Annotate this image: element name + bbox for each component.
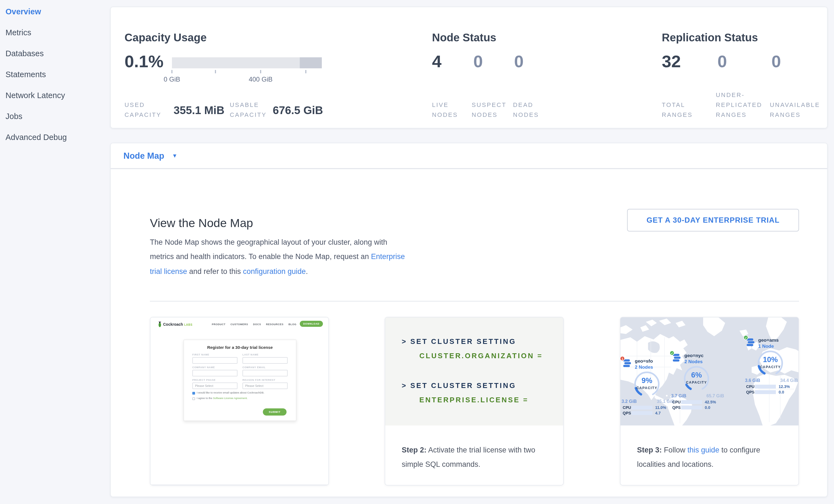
step-2-caption: Step 2: Activate the trial license with …: [385, 425, 563, 472]
dead-nodes-value: 0: [514, 52, 524, 71]
view-selector-bar: Node Map ▼: [110, 143, 828, 169]
node-map-description: The Node Map shows the geographical layo…: [150, 235, 432, 279]
dead-nodes-label: DEADNODES: [513, 100, 539, 119]
capacity-percent: 0.1%: [125, 52, 163, 71]
capacity-bar-other-segment: [300, 57, 322, 68]
locality-name: geo=nyc: [684, 353, 703, 358]
unavailable-ranges-value: 0: [771, 52, 781, 71]
replication-status-title: Replication Status: [662, 31, 758, 44]
capacity-bar: [172, 57, 322, 68]
company-email-field: [242, 370, 288, 376]
locality-name: geo=sfo: [635, 358, 653, 364]
used-capacity-value: 355.1 MiB: [174, 104, 224, 117]
sidebar-item-network-latency[interactable]: Network Latency: [0, 85, 110, 106]
locality-sfo: 1 geo=sfo 2 Nodes 9% CAPACITY: [621, 358, 675, 370]
step-2-card: > SET CLUSTER SETTING CLUSTER.ORGANIZATI…: [385, 317, 564, 485]
cpu-sparkline: [681, 400, 702, 404]
qps-sparkline: [681, 406, 702, 410]
sidebar-item-advanced-debug[interactable]: Advanced Debug: [0, 127, 110, 148]
capacity-tick-label-400: 400 GiB: [239, 75, 283, 83]
capacity-gauge: 9% CAPACITY: [629, 370, 664, 398]
page: Overview Metrics Databases Statements Ne…: [0, 0, 834, 504]
checkbox-checked-icon: [192, 392, 195, 394]
last-name-field: [242, 357, 288, 364]
email-updates-checkbox: I would like to receive email updates ab…: [192, 391, 288, 395]
unavailable-ranges-label: UNAVAILABLERANGES: [770, 100, 820, 119]
used-capacity: 3.7 GiB: [671, 394, 686, 398]
node-map-dropdown[interactable]: Node Map: [124, 151, 164, 161]
enterprise-trial-license-link[interactable]: trial license: [150, 267, 187, 275]
submit-button-image: SUBMIT: [263, 409, 287, 416]
usable-capacity-label: USABLECAPACITY: [230, 100, 267, 119]
locality-node-count: 1 Node: [758, 343, 774, 349]
checkbox-empty-icon: [192, 397, 195, 400]
sidebar: Overview Metrics Databases Statements Ne…: [0, 0, 110, 504]
step-1-caption: Step 1: Get a trial license delivered st…: [150, 485, 328, 485]
trial-register-form: Register for a 30-day trial license FIRS…: [183, 339, 297, 421]
locality-node-count: 2 Nodes: [684, 359, 703, 364]
locality-node-count: 2 Nodes: [635, 364, 653, 370]
step-3-card: 1 geo=sfo 2 Nodes 9% CAPACITY: [620, 317, 799, 485]
page-title: View the Node Map: [150, 217, 253, 231]
get-enterprise-trial-button[interactable]: GET A 30-DAY ENTERPRISE TRIAL: [627, 209, 799, 232]
sidebar-item-databases[interactable]: Databases: [0, 43, 110, 64]
node-status-title: Node Status: [432, 31, 496, 44]
this-guide-link[interactable]: this guide: [687, 446, 719, 454]
capacity-tick: [171, 70, 173, 73]
cpu-sparkline: [632, 406, 653, 410]
healthy-badge-icon: ✓: [670, 351, 675, 355]
license-agreement-checkbox: I agree to the Software License Agreemen…: [192, 397, 288, 400]
capacity-usage-title: Capacity Usage: [125, 31, 207, 44]
form-title: Register for a 30-day trial license: [192, 345, 288, 350]
minisite-nav: PRODUCT CUSTOMERS DOCS RESOURCES BLOG: [212, 323, 297, 326]
sidebar-item-statements[interactable]: Statements: [0, 64, 110, 85]
locality-nyc: ✓ geo=nyc 2 Nodes 6% CAPACITY: [671, 353, 724, 365]
divider: [150, 301, 799, 302]
minisite-download-button: DOWNLOAD: [300, 321, 323, 327]
database-icon: [746, 338, 755, 347]
locality-name: geo=ams: [758, 337, 778, 343]
capacity-gauge: 10% CAPACITY: [753, 349, 788, 377]
used-capacity: 3.2 GiB: [621, 399, 637, 404]
configuration-guide-link[interactable]: configuration guide: [243, 267, 306, 275]
enterprise-trial-license-link[interactable]: Enterprise: [371, 253, 405, 261]
sql-line: ENTERPRISE.LICENSE =: [419, 396, 528, 404]
total-ranges-label: TOTALRANGES: [662, 100, 693, 119]
sidebar-item-overview[interactable]: Overview: [0, 1, 110, 22]
cockroach-bug-icon: [158, 321, 162, 327]
live-nodes-label: LIVENODES: [432, 100, 458, 119]
healthy-badge-icon: ✓: [743, 335, 748, 340]
capacity-tick: [260, 70, 261, 73]
project-phase-select: Please Select: [192, 382, 238, 389]
sql-line: CLUSTER.ORGANIZATION =: [419, 352, 543, 360]
qps-sparkline: [632, 411, 653, 415]
under-replicated-ranges-label: UNDER-REPLICATEDRANGES: [716, 90, 762, 119]
sql-line: > SET CLUSTER SETTING: [402, 337, 516, 346]
suspect-nodes-value: 0: [473, 52, 483, 71]
sql-commands-image: > SET CLUSTER SETTING CLUSTER.ORGANIZATI…: [385, 317, 563, 425]
total-capacity: 65.7 GiB: [706, 394, 724, 398]
live-nodes-value: 4: [432, 52, 442, 71]
total-capacity: 34.4 GiB: [780, 378, 798, 383]
used-capacity: 3.6 GiB: [745, 378, 760, 383]
sidebar-item-jobs[interactable]: Jobs: [0, 106, 110, 127]
locality-ams: ✓ geo=ams 1 Node 10% CAPACITY: [745, 337, 798, 349]
total-ranges-value: 32: [662, 52, 681, 71]
usable-capacity-value: 676.5 GiB: [273, 104, 323, 117]
capacity-tick-label-0: 0 GiB: [150, 75, 194, 83]
chevron-down-icon[interactable]: ▼: [172, 153, 177, 159]
cluster-stats-panel: Capacity Usage 0.1% 0 GiB 400 GiB USEDCA…: [110, 7, 828, 128]
minisite-header: Cockroach LABS PRODUCT CUSTOMERS DOCS RE…: [150, 317, 328, 332]
step-1-card: Cockroach LABS PRODUCT CUSTOMERS DOCS RE…: [150, 317, 329, 485]
total-capacity: 35.1 GiB: [657, 399, 675, 404]
used-capacity-label: USEDCAPACITY: [125, 100, 161, 119]
database-icon: [623, 359, 632, 368]
suspect-nodes-label: SUSPECTNODES: [472, 100, 506, 119]
step-3-caption: Step 3: Follow this guide to configure l…: [620, 425, 798, 472]
under-replicated-ranges-value: 0: [718, 52, 727, 71]
main-content: Capacity Usage 0.1% 0 GiB 400 GiB USEDCA…: [110, 0, 828, 497]
trial-license-form-image: Cockroach LABS PRODUCT CUSTOMERS DOCS RE…: [150, 317, 328, 485]
capacity-tick: [305, 70, 306, 73]
sidebar-item-metrics[interactable]: Metrics: [0, 22, 110, 43]
reason-for-interest-select: Please Select: [242, 382, 288, 389]
